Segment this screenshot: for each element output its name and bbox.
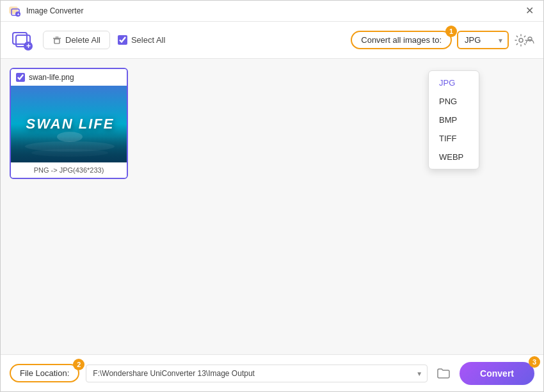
file-location-label: File Location: xyxy=(20,368,69,378)
badge-1: 1 xyxy=(445,26,457,37)
app-window: + Image Converter ✕ + Delete All xyxy=(0,0,544,392)
convert-label: Convert xyxy=(480,368,514,379)
window-title: Image Converter xyxy=(26,6,83,15)
folder-browse-button[interactable] xyxy=(434,364,453,383)
select-all-text: Select All xyxy=(131,35,165,45)
convert-all-section: Convert all images to: 1 JPG PNG BMP TIF… xyxy=(351,30,534,51)
image-card: swan-life.png xyxy=(10,68,128,179)
card-checkbox[interactable] xyxy=(16,73,25,82)
svg-point-11 xyxy=(519,38,523,42)
format-select-wrapper: JPG PNG BMP TIFF WEBP ▼ JPG PNG BMP TIFF… xyxy=(457,31,509,49)
svg-rect-8 xyxy=(54,39,60,43)
delete-all-label: Delete All xyxy=(65,35,100,45)
svg-rect-4 xyxy=(13,33,27,44)
format-dropdown: JPG PNG BMP TIFF WEBP xyxy=(428,70,479,169)
bottom-bar: File Location: 2 F:\Wondershare UniConve… xyxy=(1,354,543,391)
card-image: SWAN LIFE xyxy=(11,86,128,162)
format-select[interactable]: JPG PNG BMP TIFF WEBP xyxy=(457,31,509,49)
swan-life-text: SWAN LIFE xyxy=(26,116,115,132)
toolbar: + Delete All Select All Convert all imag… xyxy=(1,22,543,59)
settings-button[interactable] xyxy=(514,30,534,51)
close-button[interactable]: ✕ xyxy=(525,6,536,16)
svg-point-12 xyxy=(528,37,532,41)
file-location-label-box: File Location: 2 xyxy=(10,364,79,382)
convert-all-label-box: Convert all images to: 1 xyxy=(351,31,452,49)
select-all-label[interactable]: Select All xyxy=(118,35,165,45)
dropdown-item-jpg[interactable]: JPG xyxy=(429,74,479,92)
convert-button[interactable]: Convert 3 xyxy=(460,362,534,385)
add-image-button[interactable]: + xyxy=(10,27,35,53)
title-bar-left: + Image Converter xyxy=(8,4,83,17)
app-icon: + xyxy=(8,4,21,17)
title-bar: + Image Converter ✕ xyxy=(1,1,543,22)
svg-text:+: + xyxy=(26,42,31,51)
select-all-checkbox[interactable] xyxy=(118,35,127,45)
water-reflection xyxy=(11,137,128,162)
dropdown-item-bmp[interactable]: BMP xyxy=(429,111,479,129)
folder-icon xyxy=(437,368,450,379)
conversion-info: PNG -> JPG(436*233) xyxy=(34,166,104,174)
card-footer: PNG -> JPG(436*233) xyxy=(11,162,127,178)
badge-3: 3 xyxy=(529,356,540,368)
file-path-select[interactable]: F:\Wondershare UniConverter 13\Image Out… xyxy=(86,365,428,382)
dropdown-item-tiff[interactable]: TIFF xyxy=(429,129,479,148)
dropdown-item-webp[interactable]: WEBP xyxy=(429,148,479,166)
add-icon: + xyxy=(11,29,34,52)
delete-all-button[interactable]: Delete All xyxy=(43,31,110,49)
badge-2: 2 xyxy=(73,359,84,370)
dropdown-item-png[interactable]: PNG xyxy=(429,92,479,111)
person-icon xyxy=(525,36,534,44)
card-filename: swan-life.png xyxy=(29,73,74,82)
trash-icon xyxy=(52,36,61,45)
card-header: swan-life.png xyxy=(11,69,127,86)
convert-all-label: Convert all images to: xyxy=(361,35,442,45)
svg-text:+: + xyxy=(17,12,20,17)
file-path-wrapper: F:\Wondershare UniConverter 13\Image Out… xyxy=(86,365,428,382)
